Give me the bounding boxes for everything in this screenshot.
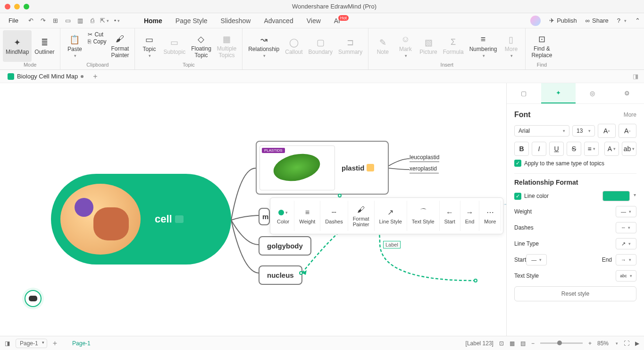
leaf-xeroplastid[interactable]: xeroplastid	[410, 165, 439, 173]
node-plastid[interactable]: PLASTIDS plastid	[256, 141, 389, 195]
rp-tab-settings[interactable]: ⚙	[610, 83, 644, 103]
bold-button[interactable]: B	[514, 142, 529, 156]
publish-button[interactable]: ✈Publish	[549, 17, 577, 24]
textstyle-select[interactable]: abc▾	[616, 270, 636, 282]
outliner-mode-button[interactable]: ≣Outliner	[32, 30, 57, 62]
ft-end[interactable]: →End	[460, 201, 480, 231]
zoom-out-button[interactable]: −	[531, 340, 535, 347]
floating-topic-button[interactable]: ◇Floating Topic	[188, 30, 214, 62]
topic-button[interactable]: ▭Topic▾	[138, 30, 160, 62]
save-button[interactable]: ▥	[76, 17, 84, 25]
subtopic-button[interactable]: ▭Subtopic	[160, 30, 188, 62]
callout-button[interactable]: ◯Callout	[282, 30, 305, 62]
fit-page-icon[interactable]: ▦	[510, 340, 515, 347]
active-page-label[interactable]: Page-1	[72, 340, 91, 347]
find-replace-button[interactable]: ⊡Find & Replace	[528, 30, 555, 62]
start-arrow-select[interactable]: —▾	[526, 254, 547, 265]
pin-icon[interactable]: 📌	[503, 199, 506, 210]
weight-select[interactable]: —▾	[616, 206, 636, 217]
more-insert-button[interactable]: ▯More▾	[500, 30, 522, 62]
fullscreen-button[interactable]: ⛶	[624, 340, 629, 347]
italic-button[interactable]: I	[532, 142, 546, 156]
rp-tab-topic[interactable]: ▢	[507, 83, 541, 103]
relationship-label[interactable]: Label	[383, 241, 401, 248]
linetype-select[interactable]: ↗▾	[616, 238, 636, 249]
collapse-ribbon-button[interactable]: ⌃	[635, 17, 640, 24]
zoom-slider[interactable]	[540, 342, 583, 344]
ft-line-style[interactable]: ↗Line Style	[375, 201, 407, 231]
format-painter-button[interactable]: 🖌Format Painter	[108, 30, 132, 62]
tab-advanced[interactable]: Advanced	[257, 14, 300, 27]
undo-button[interactable]: ↶	[27, 17, 35, 25]
new-button[interactable]: ⊞	[51, 17, 60, 25]
page-select[interactable]: Page-1	[16, 339, 47, 348]
copy-button[interactable]: ⎘Copy	[88, 38, 106, 45]
font-color-button[interactable]: A▾	[604, 142, 619, 156]
line-color-swatch[interactable]	[602, 191, 630, 201]
tab-slideshow[interactable]: Slideshow	[214, 14, 258, 27]
redo-button[interactable]: ↷	[39, 17, 48, 25]
open-button[interactable]: ▭	[64, 17, 72, 25]
strikethrough-button[interactable]: S	[567, 142, 581, 156]
tab-page-style[interactable]: Page Style	[169, 14, 214, 27]
rp-tab-style[interactable]: ✦	[541, 83, 576, 103]
maximize-window-button[interactable]	[24, 4, 29, 9]
close-window-button[interactable]	[5, 4, 10, 9]
ai-assistant-button[interactable]	[25, 290, 42, 307]
summary-button[interactable]: ⊐Summary	[335, 30, 365, 62]
relationship-button[interactable]: ↝Relationship▾	[245, 30, 282, 62]
tab-ai[interactable]: AIHot	[327, 14, 357, 27]
print-button[interactable]: ⎙	[88, 17, 97, 25]
page-list-icon[interactable]: ◨	[5, 340, 10, 347]
tab-home[interactable]: Home	[137, 14, 169, 27]
decrease-font-button[interactable]: A−	[619, 124, 636, 138]
minimize-window-button[interactable]	[14, 4, 20, 9]
ft-text-style[interactable]: ⌒Text Style	[407, 201, 440, 231]
ft-color[interactable]: ▾Color	[272, 201, 294, 231]
fit-width-icon[interactable]: ⊡	[499, 340, 504, 347]
node-nucleus[interactable]: nucleus	[259, 265, 302, 285]
underline-button[interactable]: U	[549, 142, 564, 156]
numbering-button[interactable]: ≡Numbering▾	[467, 30, 500, 62]
multiple-topics-button[interactable]: ▦Multiple Topics	[214, 30, 239, 62]
help-button[interactable]: ?▾	[617, 17, 627, 24]
rp-tab-theme[interactable]: ◎	[576, 83, 610, 103]
line-color-check[interactable]: ✓	[514, 193, 521, 200]
text-case-button[interactable]: ab▾	[622, 142, 636, 156]
mindmap-mode-button[interactable]: ✦MindMap	[3, 30, 32, 62]
presentation-button[interactable]: ▶	[635, 340, 639, 347]
relationship-end-handle[interactable]	[474, 279, 477, 282]
fit-all-icon[interactable]: ▤	[520, 340, 526, 347]
align-button[interactable]: ≡▾	[584, 142, 599, 156]
export-button[interactable]: ⇱▾	[100, 17, 109, 25]
add-tab-button[interactable]: +	[93, 72, 97, 81]
share-button[interactable]: ∞Share	[585, 17, 609, 24]
ft-weight[interactable]: ≡Weight	[294, 201, 320, 231]
ft-format-painter[interactable]: 🖌Format Painter	[348, 201, 375, 231]
font-size-select[interactable]: 13▾	[572, 125, 595, 137]
node-m[interactable]: m	[259, 208, 270, 225]
note-button[interactable]: ✎Note	[371, 30, 394, 62]
document-tab[interactable]: Biology Cell Mind Map	[3, 71, 88, 81]
relationship-mid-handle[interactable]	[338, 194, 342, 197]
panel-toggle-button[interactable]: ◨	[633, 73, 638, 80]
dashes-select[interactable]: ┄▾	[616, 222, 636, 233]
increase-font-button[interactable]: A+	[598, 124, 616, 138]
ft-start[interactable]: ←Start	[440, 201, 460, 231]
canvas[interactable]: cell PLASTIDS plastid leucoplastid xerop…	[0, 83, 506, 350]
tab-view[interactable]: View	[300, 14, 327, 27]
ft-dashes[interactable]: ┄Dashes	[320, 201, 348, 231]
font-more[interactable]: More	[624, 111, 636, 118]
more-qa-button[interactable]: •▾	[113, 17, 121, 25]
file-menu[interactable]: File	[4, 15, 23, 26]
avatar-icon[interactable]	[530, 16, 541, 26]
center-node-cell[interactable]: cell	[51, 174, 231, 265]
apply-same-check[interactable]: ✓ Apply to the same type of topics	[514, 160, 636, 167]
mark-button[interactable]: ☺Mark▾	[394, 30, 417, 62]
paste-button[interactable]: 📋Paste▾	[63, 30, 86, 62]
relationship-start-handle[interactable]	[299, 271, 303, 275]
cut-button[interactable]: ✂Cut	[88, 31, 106, 38]
formula-button[interactable]: ΣFormula	[440, 30, 467, 62]
zoom-in-button[interactable]: +	[588, 340, 592, 347]
boundary-button[interactable]: ▢Boundary	[306, 30, 335, 62]
